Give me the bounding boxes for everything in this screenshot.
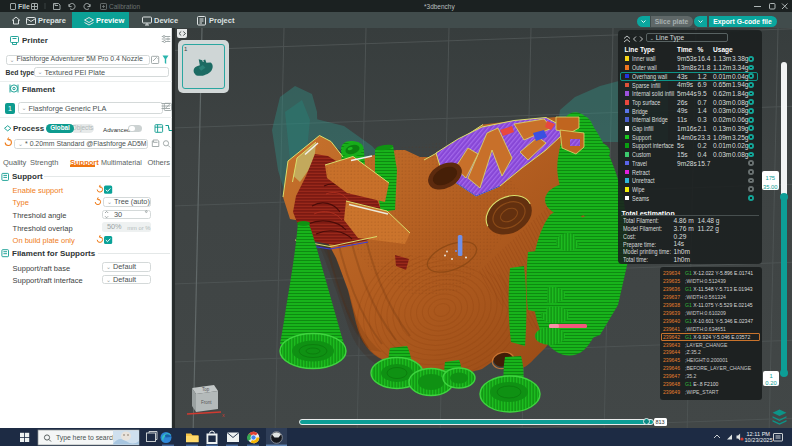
svg-text:Calibration: Calibration — [109, 3, 140, 10]
svg-text:Top: Top — [202, 387, 210, 392]
svg-text:10/23/2025: 10/23/2025 — [745, 437, 773, 443]
svg-text:x: x — [222, 412, 225, 418]
svg-text:*3dbenchy: *3dbenchy — [424, 3, 455, 11]
svg-text:Front: Front — [201, 400, 212, 405]
svg-text:Type here to search: Type here to search — [56, 434, 116, 442]
svg-text:File: File — [18, 3, 30, 10]
